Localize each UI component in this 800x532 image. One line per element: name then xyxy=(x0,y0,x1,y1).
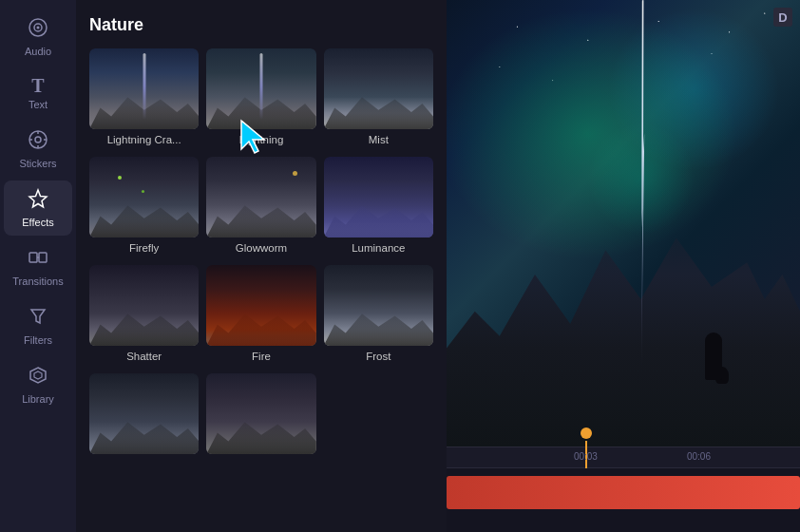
transitions-icon xyxy=(28,247,48,272)
preview-area: D 00:03 00:06 xyxy=(447,0,800,532)
stickers-icon xyxy=(28,129,48,154)
sidebar-item-audio-label: Audio xyxy=(25,46,51,57)
effect-label-luminance: Luminance xyxy=(324,242,433,257)
effect-label-frost: Frost xyxy=(324,351,433,366)
effect-item-fire[interactable]: Fire xyxy=(206,265,315,366)
sidebar-item-filters[interactable]: Filters xyxy=(4,298,72,353)
effect-label-glowworm: Glowworm xyxy=(206,242,315,257)
sidebar-item-transitions-label: Transitions xyxy=(12,276,63,287)
video-preview: D xyxy=(447,0,800,446)
audio-icon xyxy=(28,17,48,42)
sidebar-item-library[interactable]: Library xyxy=(4,357,72,412)
svg-marker-13 xyxy=(30,368,46,383)
effect-item-firefly[interactable]: Firefly xyxy=(89,157,199,257)
effect-label-lightning-crash: Lightning Cra... xyxy=(89,134,199,149)
effect-label-firefly: Firefly xyxy=(89,242,199,257)
effects-grid: Lightning Cra... Lightning Mist Firefl xyxy=(89,48,433,463)
effect-thumb-lightning-crash xyxy=(89,48,199,129)
effect-thumb-mist xyxy=(324,48,433,129)
video-clip[interactable] xyxy=(447,476,800,509)
sidebar-item-text[interactable]: T Text xyxy=(4,68,72,118)
effect-item-lightning[interactable]: Lightning xyxy=(206,48,315,149)
timeline-ruler: 00:03 00:06 xyxy=(447,447,800,468)
d-button[interactable]: D xyxy=(773,8,792,27)
sidebar-item-text-label: Text xyxy=(29,99,48,110)
sidebar-item-effects-label: Effects xyxy=(22,217,53,228)
sidebar-item-stickers-label: Stickers xyxy=(19,158,56,169)
timeline-area: 00:03 00:06 xyxy=(447,446,800,532)
sidebar-item-audio[interactable]: Audio xyxy=(4,10,72,65)
svg-point-2 xyxy=(37,27,40,29)
effect-thumb-luminance xyxy=(324,157,433,238)
svg-point-4 xyxy=(35,137,41,142)
effect-thumb-shatter xyxy=(89,265,199,346)
panel-title: Nature xyxy=(89,15,433,35)
effect-thumb-firefly xyxy=(89,157,199,238)
sidebar-item-filters-label: Filters xyxy=(24,334,52,346)
sidebar-item-library-label: Library xyxy=(22,393,54,405)
effect-thumb-frost xyxy=(324,265,433,346)
svg-rect-11 xyxy=(39,253,47,262)
svg-marker-9 xyxy=(29,190,47,207)
sidebar-item-effects[interactable]: Effects xyxy=(4,180,72,236)
sidebar-item-transitions[interactable]: Transitions xyxy=(4,239,72,294)
effect-thumb-glowworm xyxy=(206,157,315,238)
timeline-track xyxy=(447,468,800,532)
effect-label-mist: Mist xyxy=(324,134,433,149)
svg-rect-10 xyxy=(29,253,37,262)
effect-label-fire: Fire xyxy=(206,351,315,366)
effect-thumb-bottom2 xyxy=(206,373,315,454)
effect-item-bottom1[interactable] xyxy=(89,373,199,463)
effect-thumb-bottom1 xyxy=(89,373,199,454)
effect-item-luminance[interactable]: Luminance xyxy=(324,157,433,257)
library-icon xyxy=(28,365,48,390)
effect-item-shatter[interactable]: Shatter xyxy=(89,265,199,366)
effect-thumb-fire xyxy=(206,265,315,346)
sidebar: Audio T Text Stickers Effects xyxy=(0,0,76,532)
timeline-time-06: 00:06 xyxy=(687,451,711,462)
effect-item-bottom2[interactable] xyxy=(206,373,315,463)
sidebar-item-stickers[interactable]: Stickers xyxy=(4,122,72,177)
effect-label-bottom1 xyxy=(89,459,199,463)
text-icon: T xyxy=(31,76,44,95)
effect-item-glowworm[interactable]: Glowworm xyxy=(206,157,315,257)
effect-item-lightning-crash[interactable]: Lightning Cra... xyxy=(89,48,199,149)
timeline-marker-head xyxy=(581,428,592,439)
effect-thumb-lightning xyxy=(206,48,315,129)
effect-item-frost[interactable]: Frost xyxy=(324,265,433,366)
effects-icon xyxy=(28,188,48,213)
effects-panel: Nature Lightning Cra... Lightning Mist xyxy=(76,0,447,532)
effect-label-shatter: Shatter xyxy=(89,351,199,366)
filters-icon xyxy=(28,306,48,331)
effect-item-mist[interactable]: Mist xyxy=(324,48,433,149)
svg-marker-14 xyxy=(34,371,42,379)
timeline-time-03: 00:03 xyxy=(574,451,598,462)
effect-label-lightning: Lightning xyxy=(206,134,315,149)
effect-label-bottom2 xyxy=(206,459,315,463)
